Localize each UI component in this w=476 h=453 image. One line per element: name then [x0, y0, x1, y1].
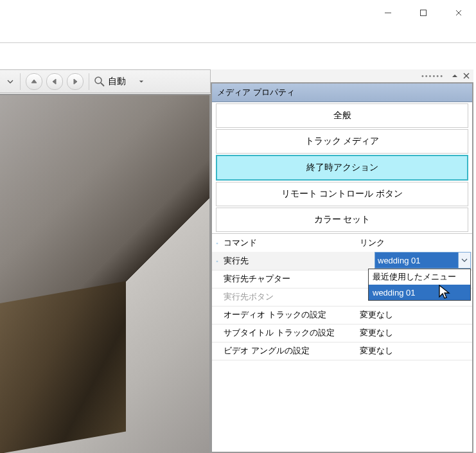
nav-forward-button[interactable] — [67, 73, 84, 90]
prop-label: サブタイトル トラックの設定 — [222, 327, 358, 339]
panel-grip-icon[interactable]: •••••• — [421, 72, 444, 80]
prop-label: オーディオ トラックの設定 — [222, 309, 358, 321]
panel-title: メディア プロパティ — [212, 84, 472, 102]
combobox-button[interactable] — [458, 253, 470, 268]
svg-line-5 — [101, 83, 104, 86]
tab-color-set[interactable]: カラー セット — [216, 208, 468, 232]
prop-row-subtitle[interactable]: サブタイトル トラックの設定 変更なし — [212, 324, 472, 342]
panel-collapse-strip: •••••• — [211, 69, 473, 82]
row-marker: ◦ — [215, 240, 220, 247]
nav-back-button[interactable] — [46, 73, 63, 90]
destination-combobox[interactable]: wedding 01 — [375, 252, 471, 269]
menubar-divider — [0, 42, 476, 43]
preview-viewport[interactable] — [0, 94, 211, 453]
prop-label: 実行先 — [222, 255, 358, 267]
prop-value[interactable]: 変更なし — [358, 345, 472, 357]
zoom-label: 自動 — [108, 76, 126, 87]
prop-label: 実行先ボタン — [222, 291, 358, 303]
prop-value-editor: wedding 01 最近使用したメニュー wedding 01 — [375, 252, 471, 269]
prop-row-command[interactable]: ◦ コマンド リンク — [212, 234, 472, 253]
dropdown-option[interactable]: 最近使用したメニュー — [369, 269, 470, 285]
window-controls — [370, 0, 476, 26]
preview-toolbar: 自動 — [0, 69, 211, 93]
toolbar-dropdown-chevron[interactable] — [4, 78, 17, 85]
tab-end-action[interactable]: 終了時アクション — [216, 155, 468, 181]
search-icon — [94, 76, 105, 87]
prop-value[interactable]: リンク — [358, 237, 472, 249]
prop-value[interactable]: 変更なし — [358, 327, 472, 339]
zoom-control[interactable]: 自動 — [94, 76, 144, 87]
chevron-down-icon — [139, 79, 144, 84]
svg-point-4 — [95, 77, 101, 84]
toolbar-separator — [89, 73, 89, 90]
prop-label: ビデオ アングルの設定 — [222, 345, 358, 357]
svg-rect-1 — [420, 10, 426, 16]
media-properties-panel: メディア プロパティ 全般 トラック メディア 終了時アクション リモート コン… — [211, 82, 473, 453]
prop-row-angle[interactable]: ビデオ アングルの設定 変更なし — [212, 342, 472, 360]
panel-close-button[interactable] — [462, 71, 471, 80]
minimize-button[interactable] — [370, 0, 405, 26]
prop-row-destination[interactable]: ◦ 実行先 wedding 01 最近使用したメニュー wedding 01 — [212, 252, 472, 271]
prop-label: 実行先チャプター — [222, 273, 358, 285]
tab-general[interactable]: 全般 — [216, 103, 468, 128]
row-marker: ◦ — [215, 258, 220, 265]
tab-remote[interactable]: リモート コントロール ボタン — [216, 182, 468, 206]
close-button[interactable] — [441, 0, 476, 26]
prop-value[interactable]: 変更なし — [358, 309, 472, 321]
destination-dropdown: 最近使用したメニュー wedding 01 — [368, 269, 471, 301]
toolbar-separator — [20, 73, 21, 90]
chevron-down-icon — [461, 257, 468, 263]
dropdown-option[interactable]: wedding 01 — [369, 285, 470, 300]
nav-up-button[interactable] — [26, 73, 42, 90]
tab-track-media[interactable]: トラック メディア — [216, 129, 468, 154]
prop-label: コマンド — [222, 237, 358, 249]
combobox-selected: wedding 01 — [375, 253, 458, 268]
panel-collapse-button[interactable] — [450, 71, 459, 80]
prop-row-audio[interactable]: オーディオ トラックの設定 変更なし — [212, 306, 472, 324]
maximize-button[interactable] — [405, 0, 441, 26]
properties-grid: ◦ コマンド リンク ◦ 実行先 wedding 01 最近使用したメニュー — [212, 233, 472, 395]
panel-tabs: 全般 トラック メディア 終了時アクション リモート コントロール ボタン カラ… — [212, 103, 472, 232]
